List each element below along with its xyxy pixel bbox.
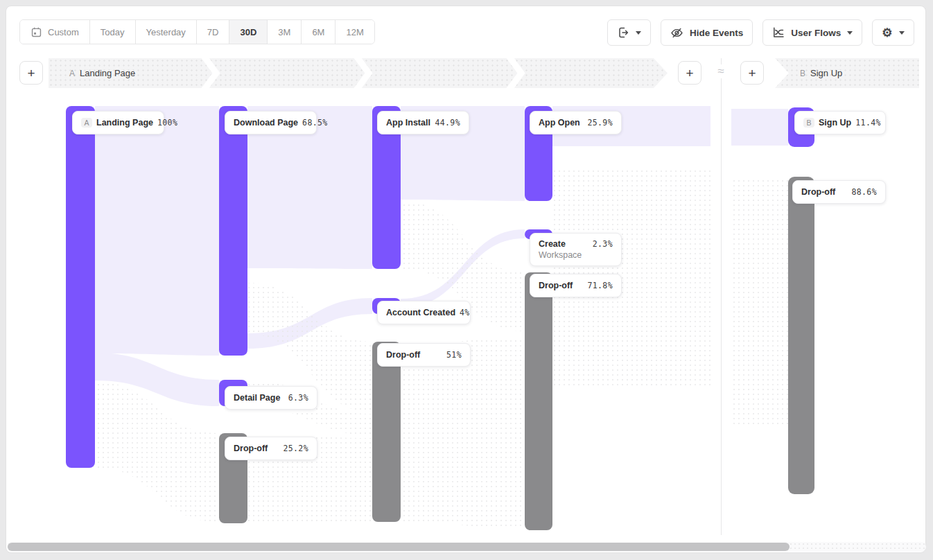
add-step-before-a-button[interactable]: + [19, 61, 43, 85]
node-label: Sign Up [819, 118, 851, 128]
date-range-custom[interactable]: Custom [20, 20, 89, 44]
export-button[interactable] [607, 19, 651, 46]
section-divider [721, 58, 722, 535]
date-range-3m[interactable]: 3M [267, 20, 301, 44]
node-card-download-page[interactable]: Download Page 68.5% [225, 111, 317, 134]
chevron-down-icon [899, 31, 905, 35]
section-a-badge: A [69, 69, 75, 78]
add-step-after-a-button[interactable]: + [678, 61, 701, 85]
node-card-dropoff-25-2[interactable]: Drop-off 25.2% [225, 437, 317, 460]
node-card-create-workspace[interactable]: Create 2.3% Workspace [530, 233, 622, 266]
settings-button[interactable]: ⚙ [872, 19, 914, 46]
node-percent: 6.3% [288, 393, 308, 403]
node-card-landing-page[interactable]: A Landing Page 100% [72, 111, 164, 134]
section-b-badge: B [800, 69, 805, 78]
node-label: Account Created [386, 308, 455, 317]
node-label: Detail Page [234, 393, 280, 403]
node-percent: 88.6% [851, 187, 877, 197]
date-range-6m[interactable]: 6M [301, 20, 335, 44]
section-b-title: B Sign Up [800, 68, 842, 78]
node-percent: 25.9% [587, 118, 613, 128]
date-range-today[interactable]: Today [89, 20, 135, 44]
flow-section-b-band[interactable]: B Sign Up [775, 58, 919, 88]
add-step-before-b-button[interactable]: + [740, 61, 764, 85]
node-card-dropoff-51[interactable]: Drop-off 51% [377, 343, 471, 367]
node-percent: 68.5% [302, 118, 328, 128]
eye-off-icon [670, 26, 683, 40]
node-label: Drop-off [539, 281, 573, 290]
node-percent: 44.9% [435, 118, 460, 128]
chevron-down-icon [847, 31, 853, 35]
node-percent: 51% [446, 350, 462, 360]
node-label: App Install [386, 118, 430, 128]
step-chevron-icon [505, 58, 526, 88]
node-badge: B [803, 118, 814, 128]
view-type-button[interactable]: User Flows [762, 19, 862, 46]
node-label: Landing Page [96, 118, 153, 128]
node-percent: 11.4% [855, 118, 881, 128]
node-card-app-install[interactable]: App Install 44.9% [377, 111, 469, 134]
approx-symbol: ≈ [713, 64, 729, 78]
section-a-label: Landing Page [80, 68, 135, 78]
node-percent: 2.3% [593, 239, 613, 249]
node-label: Download Page [234, 118, 298, 128]
flow-section-a-band[interactable]: A Landing Page [49, 58, 668, 88]
section-a-title: A Landing Page [69, 68, 135, 78]
gear-icon: ⚙ [882, 27, 892, 39]
date-range-label: Custom [48, 27, 79, 37]
node-percent: 100% [157, 118, 177, 128]
hide-events-label: Hide Events [690, 28, 743, 38]
flows-chart-icon [772, 26, 785, 39]
chevron-down-icon [636, 31, 641, 35]
node-label: Create [539, 239, 566, 249]
node-label: Drop-off [234, 444, 268, 453]
node-label: App Open [539, 118, 580, 128]
node-card-app-open[interactable]: App Open 25.9% [530, 111, 622, 134]
node-badge: A [81, 118, 92, 128]
node-card-account-created[interactable]: Account Created 4% [377, 301, 471, 324]
date-range-selector: Custom Today Yesterday 7D 30D 3M 6M 12M [19, 19, 375, 44]
view-type-label: User Flows [791, 28, 841, 38]
node-percent: 25.2% [283, 444, 308, 453]
node-card-detail-page[interactable]: Detail Page 6.3% [225, 386, 317, 410]
hide-events-button[interactable]: Hide Events [661, 19, 753, 46]
date-range-30d[interactable]: 30D [229, 20, 267, 44]
toolbar-right: Hide Events User Flows ⚙ [607, 19, 914, 46]
date-range-7d[interactable]: 7D [196, 20, 229, 44]
horizontal-scrollbar-track[interactable] [7, 542, 926, 552]
step-chevron-icon [353, 58, 374, 88]
export-icon [617, 26, 629, 39]
node-label: Drop-off [386, 350, 420, 360]
node-percent: 71.8% [587, 281, 613, 290]
node-label-line2: Workspace [539, 250, 613, 260]
section-b-label: Sign Up [810, 68, 842, 78]
node-card-dropoff-71-8[interactable]: Drop-off 71.8% [530, 274, 622, 297]
step-chevron-icon [200, 58, 221, 88]
horizontal-scrollbar-thumb[interactable] [8, 543, 790, 551]
calendar-icon [30, 26, 42, 38]
node-percent: 4% [460, 308, 470, 317]
node-card-sign-up[interactable]: B Sign Up 11.4% [794, 111, 886, 134]
date-range-12m[interactable]: 12M [335, 20, 374, 44]
date-range-yesterday[interactable]: Yesterday [135, 20, 196, 44]
node-label: Drop-off [801, 187, 835, 197]
node-card-dropoff-88-6[interactable]: Drop-off 88.6% [792, 180, 886, 204]
